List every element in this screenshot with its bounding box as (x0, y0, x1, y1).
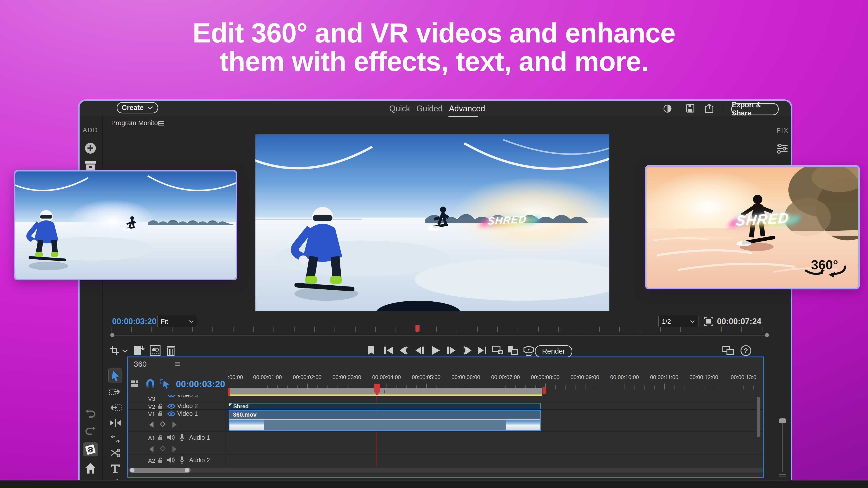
sticker-360-button[interactable] (83, 442, 98, 456)
timeline-menu-icon[interactable] (175, 361, 181, 366)
track-v1-name[interactable]: Video 1 (177, 410, 198, 417)
track-header-divider (225, 395, 226, 466)
marker-cursor-icon[interactable] (160, 379, 170, 389)
work-area-grip[interactable] (385, 390, 386, 393)
fast-forward-button[interactable] (462, 346, 472, 355)
rewind-button[interactable] (399, 346, 410, 355)
step-forward-button[interactable] (447, 346, 456, 355)
monitor-current-timecode[interactable]: 00:00:03:20 (112, 317, 156, 326)
undo-icon[interactable] (84, 410, 97, 420)
duplicate-film-button[interactable] (507, 345, 519, 356)
track-a2-id: A2 (148, 457, 155, 464)
h-scrollbar-handle-right[interactable] (185, 468, 189, 473)
crop-options-chevron-icon[interactable] (122, 349, 128, 353)
fit-dropdown[interactable]: Fit (157, 316, 197, 327)
go-to-start-button[interactable] (384, 346, 393, 355)
clip-shred[interactable]: Shred (229, 403, 541, 409)
home-button[interactable] (84, 462, 97, 474)
tab-guided[interactable]: Guided (416, 104, 442, 113)
video-viewport[interactable]: SHRED (255, 134, 610, 311)
track-a1-name[interactable]: Audio 1 (189, 434, 210, 441)
track-v2-name[interactable]: Video 2 (177, 402, 198, 410)
razor-scissors-tool[interactable] (110, 449, 121, 459)
preview-card-right[interactable]: SHRED 360° (645, 165, 860, 289)
bottom-band (0, 480, 868, 488)
keyframe-prev-button[interactable] (149, 422, 153, 428)
visibility-eye-icon[interactable] (167, 411, 176, 417)
h-scrollbar-handle-left[interactable] (130, 468, 134, 473)
speaker-icon[interactable] (166, 456, 175, 464)
flag-marker-button[interactable] (367, 346, 375, 355)
ruler-label: 00:00:05:00 (412, 374, 440, 381)
scrub-playhead[interactable] (415, 325, 420, 332)
extract-frame-button[interactable] (133, 345, 145, 356)
ruler-label: 00:00:06:00 (452, 374, 480, 381)
clip-360mov[interactable]: 360.mov (229, 410, 541, 431)
save-icon[interactable] (686, 104, 694, 112)
timeline-tab-360[interactable]: 360 (134, 360, 147, 368)
visibility-eye-icon[interactable] (167, 403, 176, 409)
keyframe-prev-button[interactable] (149, 446, 153, 452)
trim-tool[interactable] (109, 418, 122, 427)
track-height-slider-handle[interactable] (779, 418, 786, 423)
selection-tool[interactable] (108, 368, 123, 383)
work-area-bar[interactable] (228, 388, 542, 394)
scrub-handle-left[interactable] (110, 333, 114, 337)
work-area-end-marker[interactable] (542, 387, 546, 394)
page-dropdown[interactable]: 1/2 (658, 316, 699, 327)
type-tool[interactable] (110, 464, 121, 474)
work-area-grip[interactable] (384, 390, 385, 393)
render-button[interactable]: Render (535, 345, 572, 357)
h-scrollbar-thumb[interactable] (129, 468, 191, 473)
keyframe-add-diamond[interactable] (160, 421, 165, 427)
speaker-icon[interactable] (166, 434, 175, 441)
timeline-vertical-scrollbar[interactable] (757, 397, 760, 437)
scrub-handle-right[interactable] (765, 333, 769, 337)
help-button[interactable]: ? (741, 345, 751, 356)
keyframe-next-button[interactable] (173, 422, 177, 428)
track-v3-name[interactable]: Video 3 (177, 395, 198, 399)
track-a2-name[interactable]: Audio 2 (189, 457, 210, 464)
create-button[interactable]: Create (117, 102, 158, 113)
work-area-grip[interactable] (383, 390, 383, 393)
visibility-eye-icon[interactable] (167, 395, 176, 398)
fullscreen-icon[interactable] (704, 317, 713, 326)
delete-button[interactable] (166, 345, 176, 356)
scrub-track[interactable] (111, 335, 769, 335)
filmstrip-button[interactable] (150, 345, 160, 356)
scrub-ticks[interactable] (111, 327, 769, 332)
lock-open-icon[interactable] (158, 457, 163, 463)
export-share-button[interactable]: Export & Share (731, 103, 779, 115)
add-media-button[interactable] (85, 142, 96, 154)
track-select-backward-tool[interactable] (109, 403, 122, 412)
redo-icon[interactable] (84, 427, 97, 437)
contrast-icon[interactable] (663, 104, 672, 113)
lock-open-icon[interactable] (158, 435, 163, 441)
preview-card-left[interactable] (14, 170, 237, 281)
mic-icon[interactable] (179, 456, 185, 464)
track-select-forward-tool[interactable] (109, 388, 122, 396)
tab-advanced[interactable]: Advanced (449, 104, 485, 113)
go-to-end-button[interactable] (477, 346, 487, 355)
frame-grab-button[interactable] (492, 345, 504, 356)
vr-view-button[interactable] (523, 345, 535, 357)
lock-open-icon[interactable] (158, 411, 163, 417)
snap-magnet-icon[interactable] (146, 379, 155, 389)
crop-tool-button[interactable] (110, 346, 120, 356)
keyframe-next-button[interactable] (173, 446, 177, 452)
tab-quick[interactable]: Quick (389, 104, 410, 113)
timeline-timecode[interactable]: 00:00:03:20 (176, 379, 225, 389)
step-back-button[interactable] (415, 346, 425, 355)
lock-open-icon[interactable] (158, 403, 163, 409)
timeline-horizontal-scrollbar[interactable] (128, 468, 763, 473)
play-button[interactable] (431, 346, 440, 355)
layout-grid-icon[interactable] (131, 380, 140, 388)
monitor-menu-icon[interactable] (158, 121, 164, 126)
adjust-sliders-icon[interactable] (776, 143, 788, 155)
share-icon[interactable] (705, 103, 714, 113)
keyframe-add-diamond[interactable] (160, 446, 165, 451)
dual-monitor-button[interactable] (722, 346, 734, 356)
slip-tool[interactable] (110, 434, 121, 444)
mic-icon[interactable] (179, 433, 185, 441)
track-height-slider[interactable] (782, 418, 783, 472)
